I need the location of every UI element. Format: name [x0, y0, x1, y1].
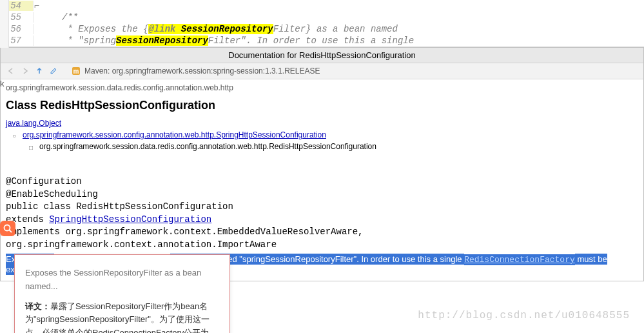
class-decl: public class RedisHttpSessionConfigurati…	[6, 201, 638, 214]
comment-start: /**	[62, 12, 78, 23]
watermark: http://blog.csdn.net/u010648555	[418, 310, 630, 321]
maven-path: Maven: org.springframework.session:sprin…	[84, 66, 320, 76]
svg-point-2	[5, 225, 10, 231]
translation-popup: Exposes the SessionRepositoryFilter as a…	[14, 254, 230, 333]
documentation-panel: Documentation for RedisHttpSessionConfig…	[0, 47, 644, 281]
class-hierarchy: java.lang.Object ○org.springframework.se…	[6, 117, 638, 152]
class-heading: Class RedisHttpSessionConfiguration	[6, 99, 638, 112]
forward-button[interactable]	[20, 66, 30, 76]
translation-label: 译文：	[25, 301, 50, 311]
edit-button[interactable]	[48, 66, 59, 76]
gutter-left-edge	[0, 0, 9, 48]
hierarchy-link[interactable]: java.lang.Object	[6, 119, 61, 128]
back-button[interactable]	[6, 66, 16, 76]
popup-original-text: Exposes the SessionRepositoryFilter as a…	[25, 267, 219, 294]
svg-line-3	[10, 230, 12, 233]
package-path: org.springframework.session.data.redis.c…	[6, 83, 638, 92]
doc-title-bar: Documentation for RedisHttpSessionConfig…	[1, 48, 643, 63]
line-marker: ⌐	[34, 1, 40, 11]
superclass-link[interactable]: SpringHttpSessionConfiguration	[49, 214, 211, 225]
code-text: * "springSessionRepositoryFilter". In or…	[40, 35, 414, 46]
hierarchy-current: org.springframework.session.data.redis.c…	[39, 142, 376, 151]
class-definition: @Configuration @EnableScheduling public …	[6, 176, 638, 252]
highlighted-text: SessionRepository	[116, 35, 208, 46]
at-link: @link	[148, 24, 175, 34]
annotation: @Configuration	[6, 176, 638, 188]
svg-text:m: m	[73, 68, 79, 75]
translation-text: 暴露了SessionRepositoryFilter作为bean名为"sprin…	[25, 301, 210, 333]
doc-toolbar: m Maven: org.springframework.session:spr…	[1, 63, 643, 79]
left-marker-k: k	[0, 79, 5, 88]
tree-node-icon: □	[29, 143, 33, 152]
popup-translation: 译文：暴露了SessionRepositoryFilter作为bean名为"sp…	[25, 300, 219, 333]
maven-icon: m	[72, 66, 81, 76]
code-text: * Exposes the {@link SessionRepositoryFi…	[40, 24, 398, 34]
hierarchy-link[interactable]: org.springframework.session.config.annot…	[23, 130, 326, 139]
annotation: @EnableScheduling	[6, 188, 638, 201]
search-badge-icon[interactable]	[0, 221, 15, 236]
desc-link[interactable]: RedisConnectionFactory	[464, 254, 575, 265]
up-button[interactable]	[34, 66, 44, 76]
highlighted-text: SessionRepository	[181, 24, 273, 34]
code-editor[interactable]: 54 ⌐ 55 /** 56 * Exposes the {@link Sess…	[0, 0, 644, 47]
doc-body[interactable]: org.springframework.session.data.redis.c…	[1, 79, 643, 281]
code-text: /**	[40, 12, 78, 23]
tree-node-icon: ○	[12, 131, 16, 141]
implements-line: implements org.springframework.context.E…	[6, 226, 638, 251]
